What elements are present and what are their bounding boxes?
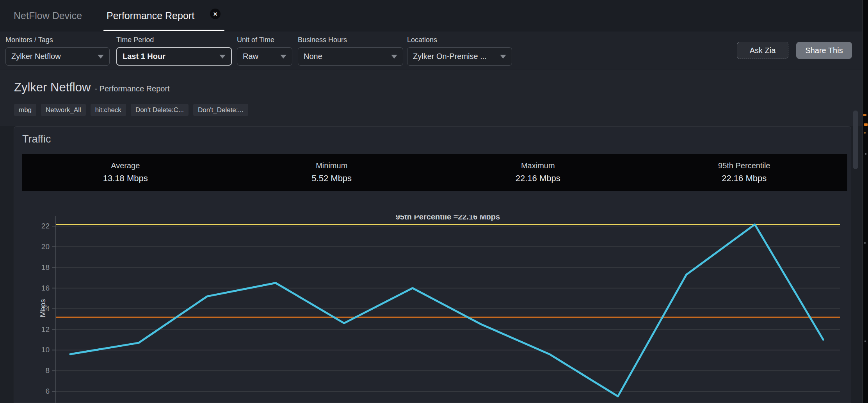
dropdown-value: Zylker On-Premise ... xyxy=(413,52,496,61)
traffic-card: Traffic Average 13.18 Mbps Minimum 5.52 … xyxy=(14,126,851,403)
chevron-down-icon xyxy=(98,55,104,59)
active-tab-underline xyxy=(103,30,224,31)
report-header: Zylker Netflow - Performance Report mbg … xyxy=(0,70,862,126)
monitors-tags-dropdown[interactable]: Zylker Netflow xyxy=(5,47,110,66)
dropdown-value: None xyxy=(304,52,387,61)
filter-label: Business Hours xyxy=(298,36,347,44)
tab-label: NetFlow Device xyxy=(14,10,82,21)
filter-monitors-tags: Monitors / Tags Zylker Netflow xyxy=(5,32,53,44)
y-tick-label: 18 xyxy=(41,263,50,271)
y-axis-label: Mbps xyxy=(39,299,47,317)
ask-zia-button[interactable]: Ask Zia xyxy=(737,42,788,59)
filter-label: Time Period xyxy=(116,36,154,44)
tab-bar: NetFlow Device Performance Report ✕ xyxy=(0,0,862,31)
unit-of-time-dropdown[interactable]: Raw xyxy=(237,47,292,66)
filter-toolbar: Monitors / Tags Zylker Netflow Time Peri… xyxy=(0,32,862,69)
tab-netflow-device[interactable]: NetFlow Device xyxy=(14,0,82,31)
chevron-down-icon xyxy=(391,55,397,59)
tab-label: Performance Report xyxy=(107,10,194,21)
tab-performance-report[interactable]: Performance Report xyxy=(107,0,194,31)
time-period-dropdown[interactable]: Last 1 Hour xyxy=(116,47,232,66)
filter-time-period: Time Period Last 1 Hour xyxy=(116,32,154,44)
tag-chip[interactable]: Network_All xyxy=(41,104,86,116)
y-tick-label: 20 xyxy=(41,243,50,251)
y-tick-label: 8 xyxy=(45,366,50,374)
chevron-down-icon xyxy=(219,55,226,59)
dropdown-value: Zylker Netflow xyxy=(11,52,94,61)
filter-label: Locations xyxy=(407,36,437,44)
filter-label: Monitors / Tags xyxy=(5,36,53,44)
chevron-down-icon xyxy=(500,55,506,59)
tag-chip[interactable]: Don't Delete:C... xyxy=(131,104,189,116)
share-this-button[interactable]: Share This xyxy=(796,42,852,59)
y-tick-label: 6 xyxy=(45,387,50,395)
close-tab-icon[interactable]: ✕ xyxy=(210,9,221,19)
tag-chip[interactable]: hit:check xyxy=(91,104,126,116)
y-tick-label: 16 xyxy=(41,284,50,292)
filter-business-hours: Business Hours None xyxy=(298,32,347,44)
dropdown-value: Raw xyxy=(243,52,276,61)
dropdown-value: Last 1 Hour xyxy=(123,52,215,61)
traffic-line-chart: 2220181614121086Mbps xyxy=(14,127,851,403)
filter-label: Unit of Time xyxy=(237,36,274,44)
locations-dropdown[interactable]: Zylker On-Premise ... xyxy=(407,47,512,66)
tag-chip[interactable]: Don't_Delete:... xyxy=(193,104,248,116)
page-subtitle: - Performance Report xyxy=(94,84,169,93)
report-title-row: Zylker Netflow - Performance Report xyxy=(14,80,170,95)
filter-locations: Locations Zylker On-Premise ... xyxy=(407,32,437,44)
tag-chip[interactable]: mbg xyxy=(14,104,36,116)
business-hours-dropdown[interactable]: None xyxy=(298,47,403,66)
screen-edge-strip xyxy=(863,0,868,403)
y-tick-label: 10 xyxy=(41,346,50,354)
page-title: Zylker Netflow xyxy=(14,80,91,95)
tag-list: mbg Network_All hit:check Don't Delete:C… xyxy=(14,104,248,116)
chevron-down-icon xyxy=(280,55,286,59)
y-tick-label: 12 xyxy=(41,325,50,333)
scrollbar-thumb[interactable] xyxy=(853,111,858,169)
filter-unit-of-time: Unit of Time Raw xyxy=(237,32,274,44)
y-tick-label: 22 xyxy=(41,222,50,230)
